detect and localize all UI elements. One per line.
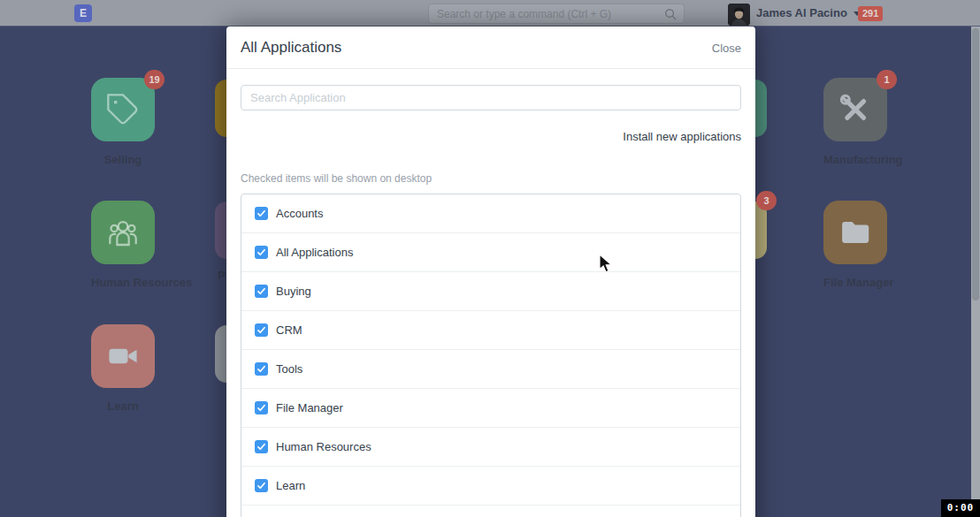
- desktop-icon-file-manager[interactable]: File Manager: [823, 201, 887, 289]
- user-menu[interactable]: James Al Pacino: [756, 6, 861, 21]
- navbar: E James Al Pacino 291: [0, 0, 980, 27]
- selling-count-badge: 19: [144, 70, 165, 89]
- notification-badge[interactable]: 291: [858, 6, 883, 21]
- partial-icon-count-badge: 3: [756, 191, 777, 210]
- app-row-label: Learn: [276, 478, 305, 493]
- desktop-icon-label: Selling: [91, 153, 155, 166]
- app-row-learn[interactable]: Learn: [241, 467, 740, 506]
- partial-icon-right-1[interactable]: [755, 80, 767, 137]
- app-row-file-manager[interactable]: File Manager: [241, 389, 740, 428]
- application-list: Accounts All Applications Buying CRM Too…: [241, 194, 741, 517]
- global-search: [428, 4, 685, 24]
- tag-icon: [105, 92, 141, 127]
- check-icon: [256, 325, 266, 335]
- learn-tile: [91, 324, 155, 388]
- scrollbar-thumb[interactable]: [972, 28, 979, 300]
- app-row-manufacturing[interactable]: Manufacturing: [241, 506, 740, 517]
- video-icon: [103, 337, 142, 376]
- desktop-icon-manufacturing[interactable]: 1 Manufacturing: [823, 78, 887, 166]
- app-row-buying[interactable]: Buying: [241, 272, 740, 311]
- app-row-all-applications[interactable]: All Applications: [241, 233, 740, 272]
- file-manager-tile: [823, 201, 887, 264]
- app-row-crm[interactable]: CRM: [241, 311, 740, 350]
- modal-title: All Applications: [241, 39, 341, 57]
- checked-items-hint: Checked items will be shown on desktop: [241, 172, 741, 185]
- checkbox-checked[interactable]: [255, 401, 268, 414]
- app-row-accounts[interactable]: Accounts: [241, 194, 740, 233]
- user-name: James Al Pacino: [756, 6, 847, 19]
- check-icon: [256, 481, 266, 490]
- selling-tile: 19: [91, 78, 155, 141]
- modal-header: All Applications Close: [226, 27, 755, 69]
- app-row-tools[interactable]: Tools: [241, 350, 740, 389]
- partial-icon-label: P: [218, 269, 226, 282]
- partial-icon-left-1[interactable]: [215, 80, 226, 137]
- checkbox-checked[interactable]: [255, 479, 268, 492]
- check-icon: [256, 209, 266, 218]
- modal-close-button[interactable]: Close: [712, 42, 741, 55]
- desktop-icon-label: Manufacturing: [823, 153, 887, 166]
- mouse-cursor: [599, 254, 615, 275]
- app-row-label: Tools: [276, 361, 302, 376]
- tools-icon: [837, 91, 874, 128]
- search-icon: [664, 8, 678, 21]
- checkbox-checked[interactable]: [255, 323, 268, 337]
- app-row-human-resources[interactable]: Human Resources: [241, 428, 740, 467]
- app-logo[interactable]: E: [74, 4, 92, 22]
- app-row-label: CRM: [276, 323, 302, 338]
- partial-icon-left-2[interactable]: [215, 201, 226, 259]
- desktop-icon-learn[interactable]: Learn: [91, 324, 155, 413]
- scrollbar[interactable]: [971, 27, 980, 517]
- people-icon: [104, 214, 142, 251]
- check-icon: [256, 403, 266, 413]
- checkbox-checked[interactable]: [255, 440, 268, 453]
- avatar[interactable]: [728, 4, 750, 26]
- human-resources-tile: [91, 201, 155, 264]
- checkbox-checked[interactable]: [255, 362, 268, 376]
- application-search-input[interactable]: [241, 85, 741, 110]
- check-icon: [256, 286, 266, 296]
- desktop-icon-selling[interactable]: 19 Selling: [91, 78, 155, 166]
- checkbox-checked[interactable]: [255, 246, 268, 259]
- app-row-label: Human Resources: [276, 439, 371, 454]
- global-search-input[interactable]: [429, 4, 684, 23]
- app-row-label: Buying: [276, 284, 311, 299]
- desktop-icon-label: Human Resources: [91, 276, 155, 289]
- folder-icon: [837, 214, 874, 251]
- desktop-icon-human-resources[interactable]: Human Resources: [91, 201, 155, 289]
- avatar-image: [728, 4, 750, 26]
- modal-body: Install new applications Checked items w…: [226, 69, 755, 517]
- checkbox-checked[interactable]: [255, 207, 268, 220]
- recording-timer: 0:00: [941, 499, 980, 517]
- check-icon: [256, 364, 266, 374]
- partial-icon-left-3[interactable]: [215, 325, 226, 383]
- app-row-label: Accounts: [276, 206, 323, 221]
- manufacturing-count-badge: 1: [877, 70, 897, 89]
- all-applications-modal: All Applications Close Install new appli…: [226, 27, 755, 517]
- app-row-label: File Manager: [276, 400, 343, 415]
- checkbox-checked[interactable]: [255, 285, 268, 298]
- check-icon: [256, 247, 266, 257]
- install-new-applications-link[interactable]: Install new applications: [241, 130, 741, 143]
- desktop-icon-label: File Manager: [823, 276, 887, 289]
- manufacturing-tile: 1: [823, 78, 887, 141]
- desktop-icon-label: Learn: [91, 399, 155, 413]
- check-icon: [256, 442, 266, 452]
- app-row-label: All Applications: [276, 245, 353, 260]
